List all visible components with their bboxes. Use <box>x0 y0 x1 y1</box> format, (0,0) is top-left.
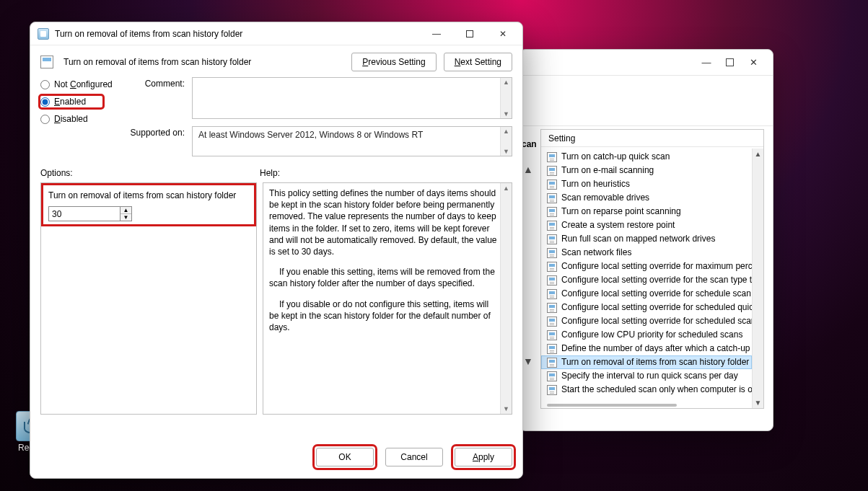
settings-list-item[interactable]: Turn on reparse point scanning <box>541 205 752 218</box>
spinner-down-icon[interactable]: ▼ <box>120 214 131 221</box>
settings-item-label: Create a system restore point <box>561 219 675 231</box>
settings-item-label: Run full scan on mapped network drives <box>561 233 715 245</box>
horizontal-scroll-thumb[interactable] <box>547 404 677 407</box>
radio-disabled[interactable]: Disabled <box>40 113 120 125</box>
scroll-up-arrow-icon[interactable]: ▲ <box>753 149 763 159</box>
dialog-close-button[interactable]: ✕ <box>486 23 520 45</box>
settings-item-label: Scan network files <box>561 247 631 259</box>
policy-item-icon <box>547 371 557 381</box>
help-pane: This policy setting defines the number o… <box>263 182 512 415</box>
help-label: Help: <box>260 168 280 178</box>
settings-item-label: Configure low CPU priority for scheduled… <box>561 329 742 341</box>
policy-item-icon <box>547 358 557 368</box>
settings-item-label: Turn on catch-up quick scan <box>561 151 670 163</box>
policy-caption: Turn on removal of items from scan histo… <box>63 57 341 67</box>
comment-textarea[interactable]: ▲▼ <box>192 77 512 119</box>
supported-on-text: At least Windows Server 2012, Windows 8 … <box>192 126 512 156</box>
help-paragraph: If you enable this setting, items will b… <box>269 266 497 289</box>
policy-item-icon <box>547 207 557 217</box>
ok-button[interactable]: OK <box>316 448 374 466</box>
dialog-maximize-button[interactable] <box>453 23 486 45</box>
settings-list-item[interactable]: Configure low CPU priority for scheduled… <box>541 328 752 342</box>
scroll-up-icon[interactable]: ▲ <box>523 164 533 175</box>
scroll-down-icon[interactable]: ▼ <box>502 110 510 118</box>
settings-item-label: Turn on reparse point scanning <box>561 205 681 218</box>
settings-list-item[interactable]: Scan network files <box>541 246 752 260</box>
settings-list-item[interactable]: Configure local setting override for sch… <box>541 314 752 328</box>
scroll-down-icon[interactable]: ▼ <box>502 404 510 414</box>
dialog-minimize-button[interactable]: — <box>420 23 453 45</box>
settings-list[interactable]: Turn on catch-up quick scanTurn on e-mai… <box>541 149 752 408</box>
help-scrollbar[interactable]: ▲▼ <box>500 183 512 414</box>
policy-item-icon <box>547 275 557 286</box>
settings-list-item[interactable]: Configure local setting override for sch… <box>541 301 752 314</box>
policy-item-icon <box>547 234 557 244</box>
days-input[interactable] <box>49 207 120 221</box>
policy-item-icon <box>547 152 557 162</box>
scroll-up-icon[interactable]: ▲ <box>502 183 510 193</box>
scroll-down-arrow-icon[interactable]: ▼ <box>753 397 763 408</box>
settings-list-item[interactable]: Start the scheduled scan only when compu… <box>541 383 752 397</box>
maximize-button[interactable] <box>726 58 734 66</box>
settings-list-item[interactable]: Configure local setting override for sch… <box>541 287 752 301</box>
settings-list-item[interactable]: Turn on heuristics <box>541 177 752 191</box>
settings-list-item[interactable]: Configure local setting override for the… <box>541 273 752 287</box>
radio-not-configured-input[interactable] <box>40 80 50 89</box>
settings-list-item[interactable]: Scan removable drives <box>541 191 752 205</box>
comment-label: Comment: <box>127 77 185 119</box>
settings-list-item[interactable]: Run full scan on mapped network drives <box>541 232 752 246</box>
policy-item-icon <box>547 166 557 176</box>
close-button[interactable]: ✕ <box>747 56 760 69</box>
settings-scrollbar[interactable]: ▲ ▼ <box>752 149 763 408</box>
days-spinner[interactable]: ▲ ▼ <box>48 206 132 221</box>
settings-item-label: Turn on e-mail scanning <box>561 164 654 177</box>
next-setting-button[interactable]: Next Setting <box>444 53 512 71</box>
option-field-label: Turn on removal of items from scan histo… <box>48 190 249 200</box>
truncated-label: can <box>522 139 537 149</box>
policy-item-icon <box>547 193 557 203</box>
settings-item-label: Start the scheduled scan only when compu… <box>561 384 752 396</box>
scroll-down-icon[interactable]: ▼ <box>523 355 533 367</box>
gpo-titlebar[interactable]: — ✕ <box>520 50 773 76</box>
cancel-button[interactable]: Cancel <box>385 448 443 466</box>
settings-list-item[interactable]: Turn on catch-up quick scan <box>541 150 752 164</box>
radio-enabled-input[interactable] <box>40 97 50 107</box>
scroll-down-icon[interactable]: ▼ <box>502 147 510 156</box>
gpo-editor-window: — ✕ can ▲ ▼ Setting Turn on catch-up qui… <box>520 49 773 431</box>
policy-item-icon <box>547 385 557 395</box>
scroll-up-icon[interactable]: ▲ <box>502 127 510 136</box>
policy-item-icon <box>547 317 557 327</box>
settings-item-label: Configure local setting override for sch… <box>561 315 752 327</box>
settings-list-item[interactable]: Create a system restore point <box>541 218 752 232</box>
scroll-up-icon[interactable]: ▲ <box>502 78 510 87</box>
settings-item-label: Configure local setting override for max… <box>561 260 752 273</box>
apply-button[interactable]: Apply <box>455 448 512 466</box>
dialog-titlebar[interactable]: Turn on removal of items from scan histo… <box>30 22 522 45</box>
settings-pane: Setting Turn on catch-up quick scanTurn … <box>540 129 764 409</box>
radio-enabled[interactable]: Enabled <box>40 96 102 107</box>
policy-item-icon <box>547 289 557 299</box>
radio-disabled-input[interactable] <box>40 115 50 124</box>
options-label: Options: <box>40 168 260 178</box>
previous-setting-button[interactable]: Previous Setting <box>351 53 436 71</box>
settings-item-label: Turn on removal of items from scan histo… <box>561 356 749 368</box>
column-header-setting[interactable]: Setting <box>541 130 763 147</box>
settings-item-label: Specify the interval to run quick scans … <box>561 370 738 382</box>
spinner-up-icon[interactable]: ▲ <box>120 207 131 214</box>
settings-list-item[interactable]: Turn on e-mail scanning <box>541 164 752 177</box>
settings-list-item[interactable]: Specify the interval to run quick scans … <box>541 369 752 383</box>
options-pane: Turn on removal of items from scan histo… <box>40 182 257 415</box>
minimize-button[interactable]: — <box>700 56 713 69</box>
settings-list-item[interactable]: Turn on removal of items from scan histo… <box>541 355 752 369</box>
settings-item-label: Define the number of days after which a … <box>561 342 752 355</box>
radio-not-configured[interactable]: Not Configured <box>40 79 120 90</box>
settings-list-item[interactable]: Define the number of days after which a … <box>541 342 752 355</box>
policy-item-icon <box>547 344 557 354</box>
policy-item-icon <box>547 248 557 258</box>
policy-item-icon <box>547 221 557 231</box>
policy-item-icon <box>547 330 557 340</box>
supported-on-label: Supported on: <box>127 126 185 156</box>
settings-list-item[interactable]: Configure local setting override for max… <box>541 260 752 273</box>
dialog-title: Turn on removal of items from scan histo… <box>55 29 420 39</box>
settings-item-label: Configure local setting override for sch… <box>561 301 752 314</box>
